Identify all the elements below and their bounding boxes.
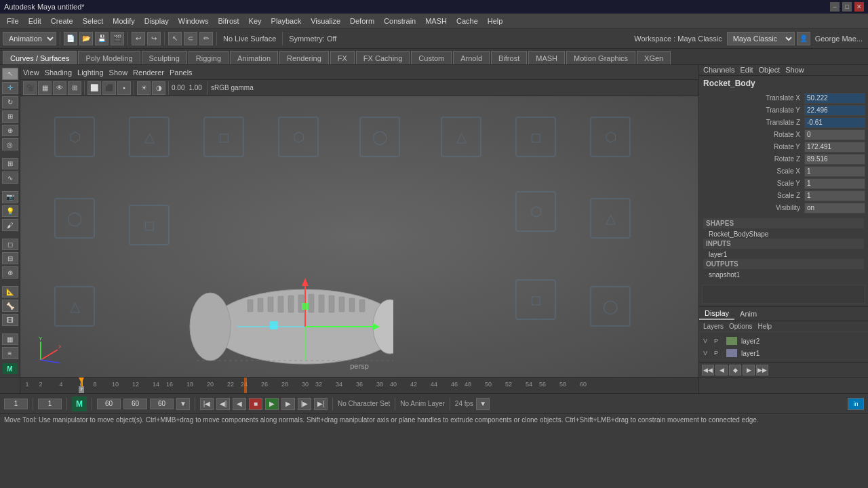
help-label[interactable]: Help — [757, 323, 772, 330]
workspace-select[interactable]: Maya Classic — [727, 32, 795, 45]
menu-deform[interactable]: Deform — [346, 16, 378, 26]
tab-fx[interactable]: FX — [330, 51, 355, 64]
open-btn[interactable]: 📂 — [79, 32, 93, 45]
vp-menu-show[interactable]: Show — [109, 68, 128, 77]
new-scene-btn[interactable]: 📄 — [64, 32, 77, 45]
select-mode-btn[interactable]: ↖ — [2, 68, 18, 80]
input-item-layer1[interactable]: layer1 — [703, 250, 864, 259]
undo-btn[interactable]: ↩ — [132, 32, 145, 45]
attr-value-rx[interactable] — [804, 129, 865, 140]
menu-key[interactable]: Key — [245, 16, 266, 26]
current-frame-input[interactable] — [4, 399, 28, 409]
range-start-input[interactable] — [97, 399, 121, 409]
menu-select[interactable]: Select — [79, 16, 108, 26]
menu-display[interactable]: Display — [140, 16, 173, 26]
extrude-btn[interactable]: ⊟ — [2, 252, 18, 264]
display-tab[interactable]: Display — [699, 308, 734, 320]
paint-tool-btn[interactable]: ✏ — [199, 32, 213, 45]
merge-btn[interactable]: ⊕ — [2, 266, 18, 279]
timeline-area[interactable]: 1 2 4 6 8 10 12 14 16 18 20 22 24 26 28 … — [0, 377, 868, 393]
layer1-name[interactable]: layer1 — [741, 350, 760, 357]
options-label[interactable]: Options — [729, 323, 752, 330]
tab-custom[interactable]: Custom — [411, 51, 452, 64]
attr-value-sx[interactable] — [804, 166, 865, 177]
layer1-v[interactable]: V — [703, 350, 711, 357]
vp-tb-res[interactable]: ⊞ — [68, 81, 81, 95]
lc-key-btn[interactable]: ◆ — [729, 365, 741, 375]
lc-prev-btn[interactable]: ◀◀ — [702, 365, 714, 375]
layer2-v[interactable]: V — [703, 338, 711, 344]
tab-fx-caching[interactable]: FX Caching — [356, 51, 410, 64]
menu-help[interactable]: Help — [484, 16, 507, 26]
window-controls[interactable]: – □ ✕ — [830, 2, 864, 12]
tab-mash[interactable]: MASH — [528, 51, 565, 64]
vp-tb-smooth[interactable]: ⬛ — [102, 81, 116, 95]
menu-modify[interactable]: Modify — [108, 16, 138, 26]
range-menu-btn[interactable]: ▼ — [176, 398, 190, 410]
attr-value-ry[interactable] — [804, 142, 865, 152]
attr-value-ty[interactable] — [804, 105, 865, 116]
attr-value-tx[interactable] — [804, 93, 865, 104]
vp-tb-ao[interactable]: ◑ — [152, 81, 165, 95]
attr-value-rz[interactable] — [804, 154, 865, 165]
quad-draw-btn[interactable]: ◻ — [2, 239, 18, 251]
menu-playback[interactable]: Playback — [267, 16, 306, 26]
universal-manip-btn[interactable]: ⊕ — [2, 125, 18, 137]
layers-label[interactable]: Layers — [703, 323, 724, 330]
attr-value-tz[interactable] — [804, 117, 865, 128]
timeline-ruler[interactable]: 1 2 4 6 8 10 12 14 16 18 20 22 24 26 28 … — [20, 378, 698, 393]
vp-menu-panels[interactable]: Panels — [170, 68, 193, 77]
lc-fwd-btn[interactable]: ▶ — [743, 365, 755, 375]
tab-xgen[interactable]: XGen — [637, 51, 671, 64]
go-end-btn[interactable]: ▶| — [314, 398, 328, 410]
tab-bifrost[interactable]: Bifrost — [491, 51, 527, 64]
snap-grid-btn[interactable]: ⊞ — [2, 158, 18, 170]
fps-menu-btn[interactable]: ▼ — [476, 398, 490, 410]
range-end-input[interactable] — [123, 399, 147, 409]
soft-select-btn[interactable]: ◎ — [2, 138, 18, 150]
list-btn[interactable]: ≡ — [2, 347, 18, 359]
output-item-snapshot[interactable]: snapshot1 — [703, 270, 864, 279]
light-btn[interactable]: 💡 — [2, 205, 18, 218]
stop-btn[interactable]: ■ — [249, 398, 262, 410]
rp-tab-object[interactable]: Object — [758, 66, 780, 74]
start-frame-input[interactable] — [38, 399, 62, 409]
vp-tb-wire[interactable]: ⬜ — [87, 81, 101, 95]
lc-back-btn[interactable]: ◀ — [715, 365, 728, 375]
vp-tb-light-shade[interactable]: ☀ — [137, 81, 151, 95]
play-btn[interactable]: ▶ — [265, 398, 279, 410]
rp-tab-show[interactable]: Show — [785, 66, 804, 74]
vp-menu-lighting[interactable]: Lighting — [77, 68, 104, 77]
menu-create[interactable]: Create — [47, 16, 77, 26]
linkedin-icon[interactable]: in — [848, 398, 864, 410]
vp-tb-flat[interactable]: ▪ — [117, 81, 131, 95]
lc-next-btn[interactable]: ▶▶ — [756, 365, 768, 375]
menu-edit[interactable]: Edit — [24, 16, 45, 26]
tab-curves-surfaces[interactable]: Curves / Surfaces — [3, 51, 77, 64]
redo-btn[interactable]: ↪ — [147, 32, 161, 45]
attr-value-sy[interactable] — [804, 178, 865, 189]
vp-menu-view[interactable]: View — [23, 68, 39, 77]
paint-btn[interactable]: 🖌 — [2, 219, 18, 231]
render-btn[interactable]: 🎬 — [111, 32, 124, 45]
vp-tb-hide[interactable]: 👁 — [53, 81, 66, 95]
tab-poly-modeling[interactable]: Poly Modeling — [78, 51, 140, 64]
menu-bifrost[interactable]: Bifrost — [214, 16, 243, 26]
tab-motion-graphics[interactable]: Motion Graphics — [566, 51, 635, 64]
menu-mash[interactable]: MASH — [421, 16, 451, 26]
range-max-input[interactable] — [150, 399, 174, 409]
scale-tool-btn[interactable]: ⊞ — [2, 110, 18, 123]
vp-menu-renderer[interactable]: Renderer — [133, 68, 164, 77]
mode-select[interactable]: Animation Modeling Rigging — [3, 32, 56, 45]
close-btn[interactable]: ✕ — [854, 2, 864, 12]
user-btn[interactable]: 👤 — [797, 32, 810, 45]
next-key-btn[interactable]: ▶ — [281, 398, 295, 410]
anim-tab[interactable]: Anim — [734, 308, 762, 319]
camera-btn[interactable]: 📷 — [2, 191, 18, 203]
menu-visualize[interactable]: Visualize — [307, 16, 344, 26]
select-tool-btn[interactable]: ↖ — [168, 32, 182, 45]
tab-arnold[interactable]: Arnold — [453, 51, 490, 64]
move-tool-btn[interactable]: ✛ — [2, 82, 18, 94]
menu-file[interactable]: File — [3, 16, 23, 26]
lasso-tool-btn[interactable]: ⊂ — [184, 32, 197, 45]
